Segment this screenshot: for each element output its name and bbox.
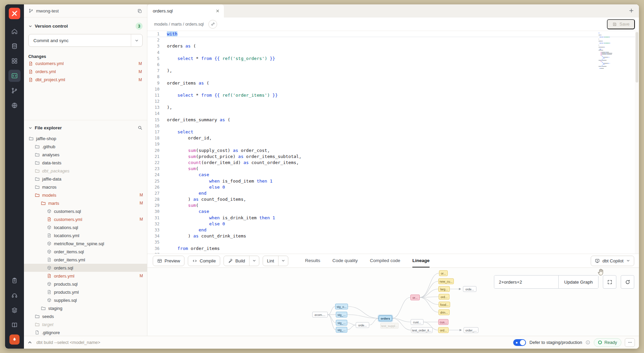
file-explorer-header[interactable]: File explorer (28, 125, 143, 130)
orchestration-icon[interactable] (8, 99, 21, 111)
close-tab-icon[interactable] (215, 9, 220, 13)
lineage-node-y7[interactable]: ord... (438, 327, 449, 333)
code-line[interactable]: 25 when is_food_item then 1 (147, 178, 639, 184)
tree-item-jaffle-data[interactable]: jaffle-data (24, 175, 147, 183)
editor-scrollbar[interactable] (635, 31, 639, 254)
more-options-button[interactable] (625, 338, 635, 347)
code-line[interactable]: 7), (147, 68, 639, 74)
lineage-panel[interactable]: ecom....stg_o...stg_...stg_...stg_...ord… (147, 268, 639, 336)
preview-button[interactable]: Preview (153, 256, 184, 266)
refresh-icon[interactable] (621, 275, 634, 289)
code-line[interactable]: 17 select (147, 129, 639, 135)
code-line[interactable]: 1with (147, 31, 639, 37)
tree-item-analyses[interactable]: analyses (24, 151, 147, 159)
code-line[interactable]: 35 (147, 239, 639, 245)
code-line[interactable]: 8 (147, 74, 639, 80)
panel-tab-results[interactable]: Results (305, 254, 320, 267)
layers-icon[interactable] (8, 304, 21, 316)
tree-item-models[interactable]: modelsM (24, 191, 147, 199)
tree-item-order-items-yml[interactable]: order_items.yml (24, 256, 147, 264)
copy-branch-icon[interactable] (137, 8, 142, 13)
search-icon[interactable] (138, 125, 143, 130)
tab-orders-sql[interactable]: orders.sql (147, 4, 224, 18)
lineage-node-orderR[interactable]: order_... (464, 327, 478, 333)
tree-item-order-items-sql[interactable]: order_items.sql (24, 248, 147, 256)
save-button[interactable]: Save (607, 19, 635, 29)
tree-item-target[interactable]: target (24, 320, 147, 328)
tree-item-metricflow-time-spine-sql[interactable]: metricflow_time_spine.sql (24, 239, 147, 248)
tree-item--github[interactable]: .github (24, 142, 147, 151)
minimap[interactable] (598, 33, 619, 70)
panel-tab-lineage[interactable]: Lineage (412, 254, 430, 267)
tree-item-data-tests[interactable]: data-tests (24, 159, 147, 167)
lineage-selector-input[interactable] (494, 276, 558, 288)
expand-console-chevron-icon[interactable] (27, 340, 32, 345)
home-icon[interactable] (8, 25, 21, 37)
panel-tab-code-quality[interactable]: Code quality (332, 254, 358, 267)
lineage-node-testord[interactable]: test_order_it... (411, 327, 433, 333)
lineage-node-cust[interactable]: cust... (411, 319, 423, 325)
compile-button[interactable]: Compile (188, 256, 220, 266)
lint-button[interactable]: Lint (263, 256, 278, 266)
changed-file-row[interactable]: orders.ymlM (28, 68, 143, 75)
code-line[interactable]: 2 (147, 37, 639, 43)
code-line[interactable]: 22 count(order_item_id) as count_order_i… (147, 160, 639, 166)
lineage-node-stg4[interactable]: stg_... (336, 327, 347, 333)
code-line[interactable]: 37 (147, 252, 639, 254)
lineage-node-y1[interactable]: or... (439, 270, 448, 276)
code-editor[interactable]: 1with23orders as (45 select * from {{ re… (147, 31, 639, 254)
tree-item-locations-yml[interactable]: locations.yml (24, 231, 147, 239)
code-line[interactable]: 13), (147, 104, 639, 110)
command-input[interactable]: dbt build --select <model_name> (36, 340, 100, 345)
code-line[interactable]: 14 (147, 110, 639, 117)
lineage-node-p2[interactable]: cus... (438, 319, 448, 325)
ready-status-badge[interactable]: Ready (594, 338, 621, 347)
dbt-logo-icon[interactable] (9, 8, 20, 19)
tree-item-staging[interactable]: staging (24, 304, 147, 312)
org-avatar[interactable] (9, 334, 20, 345)
code-line[interactable]: 12 (147, 98, 639, 104)
dbt-copilot-button[interactable]: dbt Copilot (591, 256, 634, 266)
build-options-chevron-icon[interactable] (249, 256, 259, 266)
support-headset-icon[interactable] (8, 289, 21, 301)
changed-file-row[interactable]: customers.ymlM (28, 60, 143, 67)
code-line[interactable]: 30 case (147, 208, 639, 215)
commit-and-sync-button[interactable]: Commit and sync (28, 34, 143, 47)
code-line[interactable]: 31 when is_drink_item then 1 (147, 215, 639, 221)
tree-item-macros[interactable]: macros (24, 183, 147, 191)
code-line[interactable]: 23 sum( (147, 166, 639, 172)
branch-name[interactable]: mwong-test (36, 8, 59, 13)
lineage-node-orde1[interactable]: orde... (356, 322, 369, 328)
code-line[interactable]: 21 sum(product_price) as order_items_sub… (147, 154, 639, 160)
update-graph-button[interactable]: Update Graph (558, 276, 598, 288)
lineage-node-y5[interactable]: food... (439, 302, 450, 308)
code-line[interactable]: 6 (147, 62, 639, 68)
tree-item-dbt-packages[interactable]: dbt_packages (24, 167, 147, 175)
code-line[interactable]: 11 select * from {{ ref('order_items') }… (147, 92, 639, 98)
tree-item-seeds[interactable]: seeds (24, 312, 147, 320)
code-line[interactable]: 27 end (147, 190, 639, 196)
new-tab-plus-icon[interactable] (628, 8, 634, 13)
changed-file-row[interactable]: dbt_project.ymlM (28, 76, 143, 83)
lineage-node-y4[interactable]: ord... (439, 294, 449, 300)
code-line[interactable]: 5 select * from {{ ref('stg_orders') }} (147, 56, 639, 62)
info-icon[interactable] (585, 340, 590, 345)
lineage-node-orp[interactable]: or... (410, 295, 420, 300)
code-line[interactable]: 15order_items_summary as ( (147, 117, 639, 123)
tree-item--gitignore[interactable]: .gitignore (24, 328, 147, 336)
code-line[interactable]: 32 else 0 (147, 221, 639, 227)
tree-item-jaffle-shop[interactable]: jaffle-shop (24, 134, 147, 142)
environments-icon[interactable] (8, 40, 21, 52)
fullscreen-icon[interactable] (603, 275, 616, 289)
code-line[interactable]: 18 order_id, (147, 135, 639, 141)
docs-book-icon[interactable] (8, 319, 21, 331)
tree-item-orders-yml[interactable]: orders.ymlM (24, 272, 147, 280)
lineage-node-orders[interactable]: orders (379, 316, 392, 321)
tree-item-products-sql[interactable]: products.sql (24, 280, 147, 288)
panel-tab-compiled-code[interactable]: Compiled code (370, 254, 400, 267)
tree-item-supplies-sql[interactable]: supplies.sql (24, 296, 147, 304)
code-line[interactable]: 9order_items as ( (147, 80, 639, 86)
code-line[interactable]: 3orders as ( (147, 43, 639, 49)
lineage-node-y3[interactable]: larg... (438, 286, 450, 292)
code-line[interactable]: 20 sum(supply_cost) as order_cost, (147, 148, 639, 154)
